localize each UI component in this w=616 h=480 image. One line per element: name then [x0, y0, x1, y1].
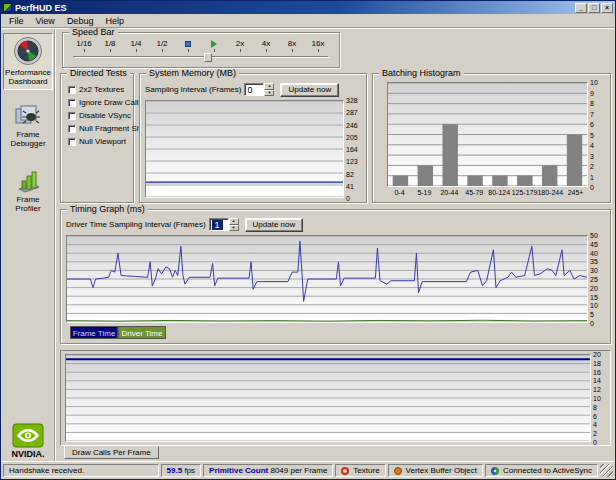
speed-slider-track[interactable]: [73, 56, 329, 58]
checkbox-icon[interactable]: [68, 112, 76, 120]
y-tick-label: 82: [346, 170, 354, 177]
series-frame-time: [67, 241, 587, 301]
checkbox-icon[interactable]: [68, 99, 76, 107]
histogram-bar: [467, 176, 482, 186]
histogram-bar: [442, 124, 457, 186]
checkbox-icon[interactable]: [68, 125, 76, 133]
fps-indicator: 59.5 fps: [161, 464, 201, 477]
y-tick-label: 4: [593, 421, 597, 428]
histogram-bar: [492, 176, 507, 186]
timing-update-button[interactable]: Update now: [245, 218, 304, 232]
y-tick-label: 246: [346, 121, 358, 128]
x-tick-label: 20-44: [437, 188, 462, 198]
tab-draw-calls-per-frame[interactable]: Draw Calls Per Frame: [64, 446, 159, 459]
menu-debug[interactable]: Debug: [61, 15, 100, 27]
group-title: Timing Graph (ms): [67, 205, 148, 214]
system-memory-group: System Memory (MB) Sampling Interval (Fr…: [139, 73, 367, 203]
y-tick-label: 0: [590, 184, 594, 191]
y-tick-label: 45: [590, 240, 598, 247]
primitive-count-value: 8049 per Frame: [270, 466, 327, 475]
sampling-interval-spinner[interactable]: 0 ▲ ▼: [244, 83, 274, 96]
speed-slider[interactable]: [71, 53, 331, 62]
main-area: Performance Dashboard Frame Debugger: [1, 29, 615, 461]
sidebar-item-frame-debugger[interactable]: Frame Debugger: [3, 102, 53, 151]
x-tick-label: 245+: [563, 188, 588, 198]
checkbox-ignore-draw-calls[interactable]: Ignore Draw Calls: [68, 98, 128, 107]
speed-slider-thumb[interactable]: [204, 53, 212, 62]
sampling-interval-value[interactable]: 0: [244, 83, 264, 96]
y-tick-label: 6: [593, 412, 597, 419]
speed-play[interactable]: [201, 39, 227, 48]
checkbox-2x2-textures[interactable]: 2x2 Textures: [68, 85, 128, 94]
nvidia-eye-icon: [11, 423, 45, 449]
speed-label-1-8: 1/8: [97, 39, 123, 48]
activesync-label: Connected to ActiveSync: [503, 466, 592, 475]
y-tick-label: 164: [346, 146, 358, 153]
series-driver-time: [67, 320, 587, 321]
checkbox-null-viewport[interactable]: Null Viewport: [68, 137, 128, 146]
speed-pause[interactable]: [175, 39, 201, 48]
menu-file[interactable]: File: [3, 15, 30, 27]
menu-view[interactable]: View: [30, 15, 61, 27]
y-tick-label: 0: [593, 439, 597, 446]
frame-time-toggle[interactable]: Frame Time: [70, 326, 118, 339]
checkbox-null-fragment-shader[interactable]: Null Fragment Shader: [68, 124, 128, 133]
texture-icon: [341, 467, 349, 475]
y-tick-label: 3: [590, 152, 594, 159]
maximize-button[interactable]: □: [588, 3, 600, 13]
checkbox-icon[interactable]: [68, 138, 76, 146]
frame-profiler-icon: [15, 169, 41, 193]
speed-bar-group: Speed Bar 1/161/81/41/22x4x8x16x: [62, 32, 340, 68]
spin-down-button[interactable]: ▼: [229, 225, 239, 232]
y-tick-label: 40: [590, 249, 598, 256]
x-tick-label: 125-179: [512, 188, 538, 198]
spin-down-button[interactable]: ▼: [264, 90, 274, 97]
play-icon[interactable]: [211, 40, 217, 48]
resize-grip[interactable]: [600, 464, 613, 477]
histogram-bar: [517, 176, 532, 186]
menu-help[interactable]: Help: [99, 15, 130, 27]
close-button[interactable]: ×: [601, 3, 613, 13]
y-tick-label: 5: [590, 311, 594, 318]
y-tick-label: 123: [346, 158, 358, 165]
histogram-bar: [418, 165, 433, 186]
timing-graph-chart: [66, 235, 588, 323]
y-tick-label: 10: [593, 395, 601, 402]
y-tick-label: 12: [593, 386, 601, 393]
memory-update-button[interactable]: Update now: [280, 83, 339, 97]
histogram-bar: [393, 176, 408, 186]
title-bar: PerfHUD ES _ □ ×: [1, 1, 615, 14]
y-tick-label: 20: [590, 284, 598, 291]
y-tick-label: 50: [590, 232, 598, 239]
y-tick-label: 205: [346, 133, 358, 140]
timing-legend: Frame Time Driver Time: [70, 326, 605, 339]
texture-indicator: Texture: [335, 464, 385, 477]
status-message: Handshake received.: [3, 464, 159, 477]
activesync-indicator: Connected to ActiveSync: [485, 464, 598, 477]
status-bar: Handshake received. 59.5 fps Primitive C…: [1, 461, 615, 479]
checkbox-icon[interactable]: [68, 86, 76, 94]
primitive-count-label: Primitive Count: [209, 466, 268, 475]
y-tick-label: 7: [590, 110, 594, 117]
y-tick-label: 10: [590, 302, 598, 309]
y-tick-label: 2: [590, 163, 594, 170]
sidebar: Performance Dashboard Frame Debugger: [1, 29, 56, 461]
vbo-label: Vertex Buffer Object: [406, 466, 477, 475]
y-tick-label: 328: [346, 97, 358, 104]
driver-time-sampling-spinner[interactable]: 1 ▲ ▼: [209, 218, 239, 231]
driver-time-sampling-value[interactable]: 1: [209, 218, 229, 231]
checkbox-disable-vsync[interactable]: Disable VSync: [68, 111, 128, 120]
histogram-bar: [542, 165, 557, 186]
system-memory-y-axis: 04182123164205246287328: [344, 100, 361, 198]
vbo-indicator: Vertex Buffer Object: [388, 464, 483, 477]
driver-time-sampling-label: Driver Time Sampling Interval (Frames): [66, 220, 206, 229]
pause-icon[interactable]: [185, 41, 191, 47]
driver-time-toggle[interactable]: Driver Time: [118, 326, 166, 339]
primitive-count-indicator: Primitive Count 8049 per Frame: [203, 464, 333, 477]
system-memory-chart: [145, 100, 344, 198]
minimize-button[interactable]: _: [575, 3, 587, 13]
y-tick-label: 8: [590, 100, 594, 107]
checkbox-label: Disable VSync: [79, 111, 131, 120]
sidebar-item-performance-dashboard[interactable]: Performance Dashboard: [3, 33, 53, 90]
sidebar-item-frame-profiler[interactable]: Frame Profiler: [3, 167, 53, 216]
